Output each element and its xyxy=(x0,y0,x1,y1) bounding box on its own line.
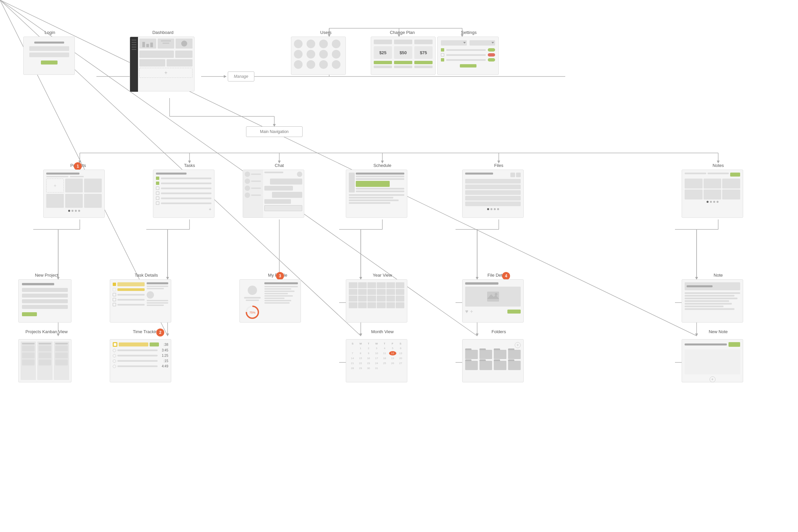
manage-box: Manage xyxy=(228,72,254,81)
main-navigation-box: Main Navigation xyxy=(246,126,303,137)
dashboard-label: Dashboard xyxy=(136,30,190,35)
timetracking-label: Time Tracking xyxy=(120,329,173,334)
schedule-label: Schedule xyxy=(356,163,409,168)
files-wireframe xyxy=(462,170,524,218)
settings-label: Settings xyxy=(442,30,495,35)
filedetail-badge: 4 xyxy=(502,272,510,280)
monthview-label: Month View xyxy=(356,329,409,334)
note-label: Note xyxy=(691,273,745,278)
projectskanban-label: Projects Kanban View xyxy=(13,329,80,334)
chat-wireframe xyxy=(243,170,304,218)
newnote-wireframe: + xyxy=(682,339,743,382)
note-wireframe xyxy=(682,279,743,323)
schedule-wireframe xyxy=(346,170,407,218)
folders-label: Folders xyxy=(472,329,525,334)
tasks-label: Tasks xyxy=(163,163,216,168)
yearview-wireframe xyxy=(346,279,407,323)
timetracking-badge: 2 xyxy=(156,328,164,337)
filedetail-wireframe: ♥ + xyxy=(462,279,524,323)
dashboard-wireframe: + xyxy=(130,37,194,92)
notes-wireframe xyxy=(682,170,743,218)
newproject-label: New Project xyxy=(20,273,73,278)
yearview-label: Year View xyxy=(356,273,409,278)
projectskanban-wireframe xyxy=(18,339,72,382)
projects-wireframe: + xyxy=(43,170,105,218)
chat-label: Chat xyxy=(253,163,306,168)
timetracking-wireframe: :38 3:45 1:25 :15 4:49 xyxy=(110,339,171,382)
notes-label: Notes xyxy=(691,163,745,168)
folders-wireframe: + xyxy=(462,339,524,382)
login-label: Login xyxy=(23,30,76,35)
filedetail-label: File Detail xyxy=(471,273,524,278)
projects-badge: 1 xyxy=(74,162,82,170)
users-label: Users xyxy=(299,30,353,35)
svg-point-59 xyxy=(495,293,497,296)
changeplan-label: Change Plan xyxy=(376,30,429,35)
newnote-label: New Note xyxy=(691,329,745,334)
myprofile-badge: 3 xyxy=(276,272,284,280)
taskdetails-label: Task Details xyxy=(120,273,173,278)
myprofile-wireframe: 75% xyxy=(240,279,301,323)
newproject-wireframe xyxy=(18,279,72,323)
users-wireframe xyxy=(291,37,346,75)
login-wireframe xyxy=(23,37,75,75)
taskdetails-wireframe xyxy=(110,279,171,323)
files-label: Files xyxy=(472,163,525,168)
svg-text:75%: 75% xyxy=(249,311,255,314)
monthview-wireframe: S M T W T F S 1 2 3 4 5 6 7 8 9 10 11 12… xyxy=(346,339,407,382)
tasks-wireframe: + xyxy=(153,170,214,218)
changeplan-wireframe: $25 $50 $75 xyxy=(371,37,436,75)
settings-wireframe xyxy=(437,37,499,75)
